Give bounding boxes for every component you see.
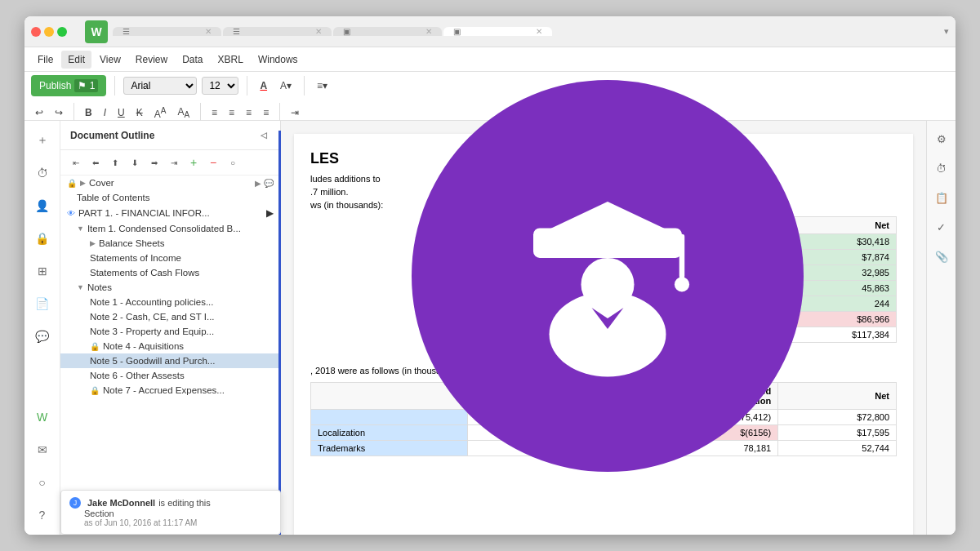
svg-point-5: [581, 257, 635, 310]
justify-button[interactable]: ≡: [259, 104, 273, 121]
italic-button[interactable]: I: [100, 104, 110, 121]
attachment-icon[interactable]: 📎: [930, 245, 953, 268]
menu-data[interactable]: Data: [176, 51, 209, 69]
indent-button[interactable]: ⇥: [287, 104, 303, 121]
outline-collapse-button[interactable]: ◁: [257, 127, 270, 143]
user-action: is editing this: [158, 498, 211, 508]
menu-windows[interactable]: Windows: [252, 51, 305, 69]
outdent-right-button[interactable]: ⇥: [165, 153, 183, 171]
tab-2[interactable]: ☰ ✕: [223, 27, 332, 36]
strikethrough-button[interactable]: K: [132, 104, 147, 121]
tab-3[interactable]: ▣ ✕: [333, 27, 442, 36]
outline-item-item1[interactable]: ▼ Item 1. Condensed Consolidated B...: [60, 221, 280, 236]
underline-button[interactable]: U: [114, 104, 129, 121]
outline-item-note2-label: Note 2 - Cash, CE, and ST I...: [90, 312, 215, 322]
clipboard-icon[interactable]: 📋: [930, 186, 953, 209]
blue-accent-line: [278, 131, 281, 535]
menu-view[interactable]: View: [93, 51, 127, 69]
lock-icon[interactable]: 🔒: [29, 225, 56, 251]
font-color-button[interactable]: A: [256, 78, 271, 94]
align-right-button[interactable]: ≡: [242, 104, 256, 121]
superscript-button[interactable]: AA: [150, 104, 171, 122]
tab-1[interactable]: ☰ ✕: [113, 27, 221, 36]
menu-review[interactable]: Review: [129, 51, 174, 69]
font-size-select[interactable]: 12: [202, 77, 238, 95]
outline-item-note6[interactable]: Note 6 - Other Assests: [60, 368, 280, 383]
outline-item-note3[interactable]: Note 3 - Property and Equip...: [60, 324, 280, 339]
add-item-button[interactable]: +: [185, 153, 203, 171]
graduation-overlay: [412, 80, 804, 472]
table2-label: Trademarks: [311, 441, 468, 456]
user-info: J Jake McDonnell is editing this: [69, 497, 272, 509]
remove-item-button[interactable]: −: [204, 153, 222, 171]
settings-icon[interactable]: ⚙: [930, 127, 953, 150]
indent-left-button[interactable]: ⬅: [87, 153, 105, 171]
subscript-button[interactable]: AA: [173, 104, 194, 122]
format-button[interactable]: ≡▾: [313, 78, 332, 94]
outline-item-note4[interactable]: 🔒 Note 4 - Aquisitions: [60, 339, 280, 353]
user-icon[interactable]: 👤: [29, 193, 56, 219]
menu-edit[interactable]: Edit: [61, 51, 91, 69]
outline-item-note2[interactable]: Note 2 - Cash, CE, and ST I...: [60, 309, 280, 324]
move-down-button[interactable]: ⬇: [126, 153, 144, 171]
undo-button[interactable]: ↩: [31, 104, 47, 121]
publish-button[interactable]: Publish ⚑ 1: [31, 75, 106, 96]
menu-xbrl[interactable]: XBRL: [212, 51, 250, 69]
outline-item-part1[interactable]: 👁 PART 1. - FINANCIAL INFOR... ▶: [60, 205, 280, 221]
bold-button[interactable]: B: [81, 104, 96, 121]
outline-item-cover[interactable]: 🔒 ▶ Cover ▶ 💬: [60, 176, 280, 190]
tab-1-close[interactable]: ✕: [205, 27, 212, 36]
outline-item-cover-label: Cover: [89, 178, 114, 188]
outline-title: Document Outline: [70, 130, 154, 141]
document-icon[interactable]: 📄: [29, 291, 56, 317]
flag-icon: ⚑: [78, 80, 87, 91]
table2-label: [311, 410, 468, 425]
outline-item-note1[interactable]: Note 1 - Accounting policies...: [60, 295, 280, 309]
wdesk-icon[interactable]: W: [29, 404, 56, 430]
tab-4[interactable]: ▣ ✕: [443, 27, 552, 36]
options-button[interactable]: ○: [224, 153, 242, 171]
minimize-button[interactable]: [44, 27, 54, 37]
svg-point-3: [675, 277, 689, 291]
maximize-button[interactable]: [57, 27, 67, 37]
menu-file[interactable]: File: [31, 51, 60, 69]
outline-item-income[interactable]: Statements of Income: [60, 251, 280, 265]
outline-item-income-label: Statements of Income: [90, 253, 181, 263]
comment-icon[interactable]: 💬: [29, 323, 56, 349]
outline-item-toc[interactable]: Table of Contents: [60, 190, 280, 205]
tab-3-close[interactable]: ✕: [425, 27, 432, 36]
outline-item-part1-label: PART 1. - FINANCIAL INFOR...: [78, 208, 210, 218]
tab-2-close[interactable]: ✕: [315, 27, 322, 36]
indent-right-button[interactable]: ➡: [145, 153, 163, 171]
font-family-select[interactable]: Arial: [123, 77, 197, 95]
add-icon[interactable]: ＋: [29, 127, 56, 153]
align-left-button[interactable]: ≡: [207, 104, 221, 121]
help-icon[interactable]: ?: [29, 502, 56, 528]
tab-dropdown-icon[interactable]: ▾: [944, 26, 949, 37]
check-icon[interactable]: ✓: [930, 216, 953, 238]
redo-button[interactable]: ↪: [51, 104, 67, 121]
outline-item-note1-label: Note 1 - Accounting policies...: [90, 297, 214, 307]
outline-item-note7[interactable]: 🔒 Note 7 - Accrued Expenses...: [60, 383, 280, 398]
user-avatar: J: [69, 497, 81, 509]
outdent-button[interactable]: ⇤: [67, 153, 85, 171]
profile-icon[interactable]: ○: [29, 469, 56, 495]
outline-item-notes[interactable]: ▼ Notes: [60, 280, 280, 295]
history-icon[interactable]: ⏱: [930, 157, 953, 180]
separator-6: [279, 103, 280, 122]
outline-item-cashflows-label: Statements of Cash Flows: [90, 268, 199, 278]
outline-item-cashflows[interactable]: Statements of Cash Flows: [60, 265, 280, 280]
chevron-icon: ▶: [80, 179, 86, 187]
mail-icon[interactable]: ✉: [29, 437, 56, 463]
flag-icon: ▶: [255, 179, 261, 188]
outline-item-balance[interactable]: ▶ Balance Sheets: [60, 236, 280, 251]
highlight-button[interactable]: A▾: [276, 78, 296, 94]
history-icon[interactable]: ⏱: [29, 160, 56, 186]
outline-item-note5[interactable]: Note 5 - Goodwill and Purch...: [60, 353, 280, 368]
grid-icon[interactable]: ⊞: [29, 258, 56, 284]
tab-4-close[interactable]: ✕: [536, 27, 542, 36]
close-button[interactable]: [31, 27, 41, 37]
move-up-button[interactable]: ⬆: [106, 153, 124, 171]
outline-item-item1-label: Item 1. Condensed Consolidated B...: [87, 224, 241, 233]
align-center-button[interactable]: ≡: [225, 104, 238, 121]
